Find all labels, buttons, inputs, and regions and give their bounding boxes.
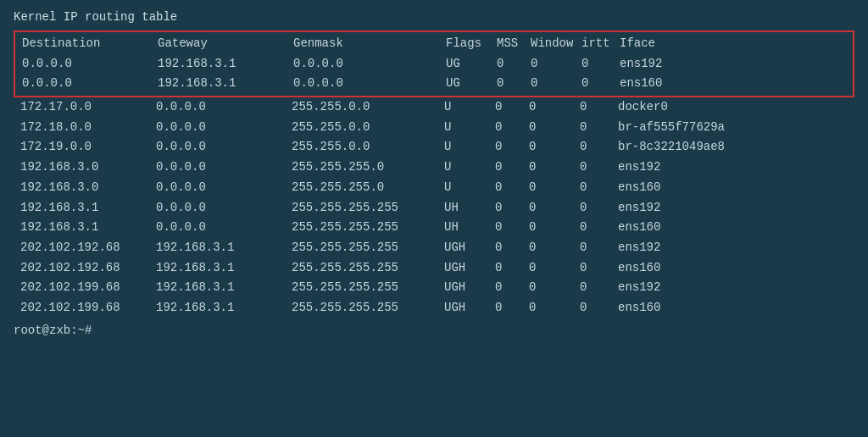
table-row: 192.168.3.1 0.0.0.0 255.255.255.255 UH 0… <box>14 198 854 218</box>
col-header-flags: Flags <box>446 35 497 53</box>
cell-mask: 255.255.255.0 <box>292 158 444 177</box>
table-header-row: Destination Gateway Genmask Flags MSS Wi… <box>15 34 853 54</box>
cell-iface: ens160 <box>618 259 848 278</box>
cell-irtt: 0 <box>580 239 618 257</box>
cell-irtt: 0 <box>581 75 620 93</box>
table-row: 202.102.192.68 192.168.3.1 255.255.255.2… <box>14 238 854 258</box>
cell-flags: UG <box>446 75 497 93</box>
cell-mask: 255.255.255.255 <box>292 259 444 278</box>
cell-mss: 0 <box>495 158 529 177</box>
cell-gw: 192.168.3.1 <box>158 75 293 93</box>
cell-gw: 192.168.3.1 <box>156 279 292 297</box>
cell-iface: ens192 <box>618 279 848 297</box>
cell-iface: ens160 <box>620 75 846 93</box>
cell-flags: U <box>444 158 495 177</box>
cell-dest: 192.168.3.0 <box>20 158 156 177</box>
cell-mask: 255.255.255.0 <box>292 179 444 197</box>
cell-iface: ens192 <box>618 158 848 177</box>
cell-mss: 0 <box>495 98 529 117</box>
cell-irtt: 0 <box>580 179 618 197</box>
cell-window: 0 <box>529 119 580 137</box>
table-row: 202.102.199.68 192.168.3.1 255.255.255.2… <box>14 278 854 298</box>
cell-mss: 0 <box>495 138 529 157</box>
terminal-window: Kernel IP routing table Destination Gate… <box>14 10 854 337</box>
cell-mss: 0 <box>495 299 529 318</box>
cell-iface: br-af555f77629a <box>618 119 848 137</box>
cell-dest: 172.18.0.0 <box>20 119 156 137</box>
cell-flags: U <box>444 98 495 117</box>
col-header-irtt: irtt <box>581 35 620 53</box>
cell-mss: 0 <box>495 239 529 257</box>
cell-mask: 255.255.255.255 <box>292 299 444 318</box>
cell-flags: UH <box>444 199 495 218</box>
cell-flags: UGH <box>444 259 495 278</box>
cell-iface: br-8c3221049ae8 <box>618 138 848 157</box>
col-header-genmask: Genmask <box>293 35 446 53</box>
cell-mss: 0 <box>495 179 529 197</box>
cell-flags: UGH <box>444 279 495 297</box>
cell-gw: 0.0.0.0 <box>156 98 292 117</box>
table-row: 202.102.199.68 192.168.3.1 255.255.255.2… <box>14 298 854 318</box>
cell-window: 0 <box>529 158 580 177</box>
cell-window: 0 <box>529 138 580 157</box>
highlighted-row: 0.0.0.0 192.168.3.1 0.0.0.0 UG 0 0 0 ens… <box>15 74 853 94</box>
cell-iface: ens160 <box>618 218 848 237</box>
cell-dest: 172.17.0.0 <box>20 98 156 117</box>
highlighted-rows-container: 0.0.0.0 192.168.3.1 0.0.0.0 UG 0 0 0 ens… <box>15 54 853 94</box>
cell-mss: 0 <box>495 259 529 278</box>
cell-iface: ens192 <box>620 55 846 74</box>
cell-window: 0 <box>529 279 580 297</box>
cell-mask: 255.255.255.255 <box>292 199 444 218</box>
cell-irtt: 0 <box>580 138 618 157</box>
cell-flags: U <box>444 138 495 157</box>
col-header-gateway: Gateway <box>158 35 293 53</box>
table-row: 172.19.0.0 0.0.0.0 255.255.0.0 U 0 0 0 b… <box>14 137 854 158</box>
cell-dest: 0.0.0.0 <box>22 75 158 93</box>
cell-gw: 192.168.3.1 <box>156 259 292 278</box>
cell-gw: 0.0.0.0 <box>156 179 292 197</box>
cell-flags: UGH <box>444 299 495 318</box>
cell-gw: 192.168.3.1 <box>156 299 292 318</box>
cell-mask: 0.0.0.0 <box>293 75 446 93</box>
cell-mask: 255.255.255.255 <box>292 279 444 297</box>
normal-rows-container: 172.17.0.0 0.0.0.0 255.255.0.0 U 0 0 0 d… <box>14 97 854 318</box>
cell-irtt: 0 <box>581 55 620 74</box>
cell-dest: 0.0.0.0 <box>22 55 158 74</box>
cell-irtt: 0 <box>580 218 618 237</box>
cell-flags: U <box>444 119 495 137</box>
cell-gw: 192.168.3.1 <box>158 55 293 74</box>
cell-mss: 0 <box>497 75 531 93</box>
cell-mss: 0 <box>495 218 529 237</box>
cell-window: 0 <box>529 299 580 318</box>
cell-window: 0 <box>529 98 580 117</box>
cell-gw: 0.0.0.0 <box>156 199 292 218</box>
cell-mss: 0 <box>497 55 531 74</box>
table-row: 192.168.3.0 0.0.0.0 255.255.255.0 U 0 0 … <box>14 158 854 178</box>
table-row: 202.102.192.68 192.168.3.1 255.255.255.2… <box>14 258 854 279</box>
cell-window: 0 <box>529 239 580 257</box>
cell-mss: 0 <box>495 199 529 218</box>
cell-gw: 0.0.0.0 <box>156 218 292 237</box>
cell-mask: 255.255.0.0 <box>292 98 444 117</box>
cell-iface: ens192 <box>618 239 848 257</box>
table-row: 172.18.0.0 0.0.0.0 255.255.0.0 U 0 0 0 b… <box>14 118 854 138</box>
cell-window: 0 <box>529 179 580 197</box>
table-title: Kernel IP routing table <box>14 10 854 24</box>
cell-window: 0 <box>531 55 581 74</box>
col-header-iface: Iface <box>620 35 846 53</box>
col-header-destination: Destination <box>22 35 158 53</box>
cell-dest: 202.102.199.68 <box>20 279 156 297</box>
cell-dest: 192.168.3.1 <box>20 199 156 218</box>
terminal-prompt: root@zxb:~# <box>14 324 854 337</box>
cell-dest: 202.102.192.68 <box>20 239 156 257</box>
highlighted-row: 0.0.0.0 192.168.3.1 0.0.0.0 UG 0 0 0 ens… <box>15 54 853 75</box>
cell-window: 0 <box>529 218 580 237</box>
cell-mask: 255.255.255.255 <box>292 239 444 257</box>
cell-irtt: 0 <box>580 279 618 297</box>
cell-iface: ens160 <box>618 179 848 197</box>
cell-irtt: 0 <box>580 98 618 117</box>
routing-table-box: Destination Gateway Genmask Flags MSS Wi… <box>14 30 854 97</box>
cell-gw: 192.168.3.1 <box>156 239 292 257</box>
table-row: 192.168.3.1 0.0.0.0 255.255.255.255 UH 0… <box>14 218 854 238</box>
cell-flags: U <box>444 179 495 197</box>
